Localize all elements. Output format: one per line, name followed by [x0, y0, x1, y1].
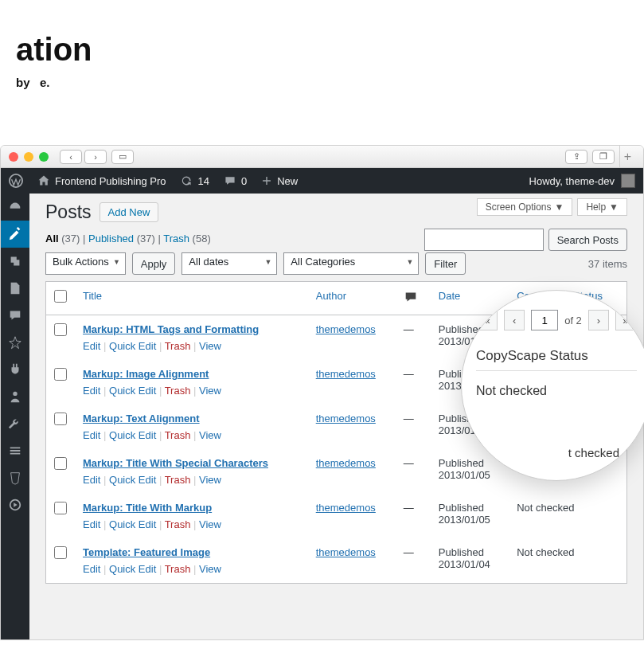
menu-custom-2[interactable] [1, 491, 29, 518]
howdy-account[interactable]: Howdy, theme-dev [529, 174, 635, 188]
view-link[interactable]: View [199, 385, 221, 397]
filter-all[interactable]: All (37) [45, 233, 80, 244]
view-link[interactable]: View [199, 429, 221, 441]
share-icon[interactable]: ⇪ [565, 150, 587, 164]
trash-link[interactable]: Trash [165, 385, 191, 397]
new-tab-button[interactable]: + [619, 146, 635, 168]
post-title-link[interactable]: Markup: Text Alignment [83, 413, 200, 424]
page-number-input[interactable] [531, 310, 558, 330]
post-title-link[interactable]: Markup: Title With Markup [83, 502, 212, 514]
menu-plugins[interactable] [1, 356, 29, 383]
edit-link[interactable]: Edit [83, 429, 100, 441]
view-link[interactable]: View [199, 340, 221, 352]
forward-button[interactable]: › [84, 150, 107, 164]
trash-link[interactable]: Trash [165, 563, 191, 575]
filter-published[interactable]: Published (37) [88, 233, 155, 244]
view-link[interactable]: View [199, 563, 221, 575]
next-page-button[interactable]: › [588, 310, 609, 330]
traffic-lights[interactable] [9, 152, 49, 162]
menu-pages[interactable] [1, 275, 29, 302]
edit-link[interactable]: Edit [83, 340, 100, 352]
maximize-window-icon[interactable] [39, 152, 49, 162]
site-name-link[interactable]: Frontend Publishing Pro [37, 174, 166, 187]
filter-button[interactable]: Filter [425, 252, 466, 275]
help-button[interactable]: Help ▼ [577, 198, 627, 216]
row-actions: Edit | Quick Edit | Trash | View [83, 429, 300, 441]
trash-link[interactable]: Trash [165, 474, 191, 486]
col-comments[interactable] [396, 282, 431, 315]
updates-link[interactable]: 14 [180, 174, 209, 187]
col-title[interactable]: Title [75, 282, 308, 315]
row-checkbox[interactable] [54, 368, 67, 381]
view-link[interactable]: View [199, 474, 221, 486]
menu-users[interactable] [1, 383, 29, 410]
table-row: Markup: Title With MarkupEdit | Quick Ed… [46, 494, 626, 538]
post-title-link[interactable]: Template: Featured Image [83, 546, 210, 558]
menu-settings[interactable] [1, 437, 29, 464]
post-title-link[interactable]: Markup: Image Alignment [83, 368, 209, 380]
quick-edit-link[interactable]: Quick Edit [109, 518, 156, 530]
edit-link[interactable]: Edit [83, 385, 100, 397]
avatar [621, 174, 635, 188]
menu-media[interactable] [1, 248, 29, 275]
search-input[interactable] [424, 229, 544, 251]
date-filter-select[interactable]: All dates [181, 252, 277, 275]
new-content-link[interactable]: New [261, 175, 298, 187]
author-link[interactable]: themedemos [316, 323, 376, 335]
menu-appearance[interactable] [1, 329, 29, 356]
menu-posts[interactable] [1, 221, 29, 248]
edit-link[interactable]: Edit [83, 563, 100, 575]
magnifier-col-header: CopyScape Status [476, 342, 637, 371]
row-actions: Edit | Quick Edit | Trash | View [83, 563, 300, 575]
trash-link[interactable]: Trash [165, 518, 191, 530]
edit-link[interactable]: Edit [83, 518, 100, 530]
prev-page-button[interactable]: ‹ [504, 310, 525, 330]
apply-button[interactable]: Apply [132, 252, 176, 275]
sidebar-toggle-icon[interactable]: ▭ [111, 150, 134, 164]
quick-edit-link[interactable]: Quick Edit [109, 340, 156, 352]
select-all-checkbox[interactable] [54, 290, 67, 303]
date-cell: Published2013/01/05 [431, 494, 509, 538]
add-new-button[interactable]: Add New [100, 202, 159, 222]
quick-edit-link[interactable]: Quick Edit [109, 385, 156, 397]
author-link[interactable]: themedemos [316, 502, 376, 514]
author-link[interactable]: themedemos [316, 546, 376, 558]
post-title-link[interactable]: Markup: HTML Tags and Formatting [83, 323, 259, 335]
edit-link[interactable]: Edit [83, 474, 100, 486]
minimize-window-icon[interactable] [24, 152, 33, 162]
magnifier-status: Not checked [476, 371, 637, 411]
view-link[interactable]: View [199, 518, 221, 530]
wp-logo-icon[interactable] [9, 174, 23, 188]
menu-custom-1[interactable] [1, 464, 29, 491]
tabs-icon[interactable]: ❐ [592, 150, 615, 164]
trash-link[interactable]: Trash [165, 429, 191, 441]
back-button[interactable]: ‹ [60, 150, 82, 164]
filter-trash[interactable]: Trash (58) [163, 233, 211, 244]
comments-link[interactable]: 0 [224, 174, 247, 187]
row-actions: Edit | Quick Edit | Trash | View [83, 385, 300, 397]
row-checkbox[interactable] [54, 457, 67, 470]
post-title-link[interactable]: Markup: Title With Special Characters [83, 457, 268, 469]
col-author[interactable]: Author [308, 282, 396, 315]
search-posts-button[interactable]: Search Posts [548, 229, 627, 251]
menu-tools[interactable] [1, 410, 29, 437]
bulk-actions-select[interactable]: Bulk Actions [45, 252, 126, 275]
screen-options-button[interactable]: Screen Options ▼ [477, 198, 573, 216]
author-link[interactable]: themedemos [316, 368, 376, 380]
trash-link[interactable]: Trash [165, 340, 191, 352]
category-filter-select[interactable]: All Categories [283, 252, 419, 275]
copyscape-status: Not checked [509, 538, 626, 583]
row-checkbox[interactable] [54, 502, 67, 514]
quick-edit-link[interactable]: Quick Edit [109, 563, 156, 575]
row-checkbox[interactable] [54, 413, 67, 425]
close-window-icon[interactable] [9, 152, 18, 162]
quick-edit-link[interactable]: Quick Edit [109, 429, 156, 441]
author-link[interactable]: themedemos [316, 457, 376, 469]
comment-icon [404, 290, 418, 304]
row-checkbox[interactable] [54, 323, 67, 336]
author-link[interactable]: themedemos [316, 413, 376, 424]
row-checkbox[interactable] [54, 546, 67, 559]
menu-comments[interactable] [1, 302, 29, 329]
quick-edit-link[interactable]: Quick Edit [109, 474, 156, 486]
menu-dashboard[interactable] [1, 194, 29, 221]
